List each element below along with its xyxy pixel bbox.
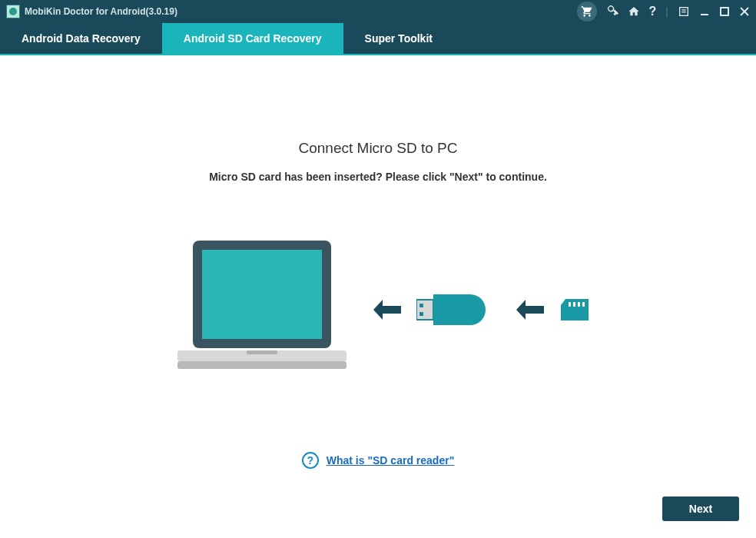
sd-card-icon bbox=[559, 297, 590, 322]
key-icon[interactable] bbox=[606, 5, 618, 18]
svg-rect-5 bbox=[721, 8, 728, 15]
next-button[interactable]: Next bbox=[662, 496, 739, 521]
tab-android-data-recovery[interactable]: Android Data Recovery bbox=[0, 23, 162, 54]
svg-rect-9 bbox=[202, 250, 322, 339]
divider: | bbox=[665, 5, 668, 18]
question-mark-icon: ? bbox=[302, 452, 319, 469]
tab-android-sd-card-recovery[interactable]: Android SD Card Recovery bbox=[162, 23, 343, 54]
help-icon[interactable]: ? bbox=[649, 5, 657, 18]
title-left: MobiKin Doctor for Android(3.0.19) bbox=[6, 5, 177, 18]
help-link-row: ? What is "SD card reader" bbox=[0, 452, 756, 469]
app-title: MobiKin Doctor for Android(3.0.19) bbox=[25, 6, 177, 17]
arrow-left-icon bbox=[373, 298, 401, 321]
content-area: Connect Micro SD to PC Micro SD card has… bbox=[0, 55, 756, 538]
svg-rect-16 bbox=[569, 302, 571, 307]
svg-rect-18 bbox=[578, 302, 580, 307]
maximize-icon[interactable] bbox=[719, 6, 730, 17]
minimize-icon[interactable] bbox=[699, 6, 710, 17]
svg-rect-15 bbox=[419, 312, 423, 316]
svg-rect-19 bbox=[582, 302, 585, 307]
tab-bar: Android Data Recovery Android SD Card Re… bbox=[0, 23, 756, 55]
cart-icon[interactable] bbox=[577, 2, 597, 22]
close-icon[interactable] bbox=[739, 6, 750, 17]
page-subheading: Micro SD card has been inserted? Please … bbox=[0, 171, 756, 183]
arrow-left-icon-2 bbox=[516, 298, 544, 321]
home-icon[interactable] bbox=[628, 5, 640, 18]
connection-diagram bbox=[0, 237, 756, 383]
svg-rect-17 bbox=[573, 302, 575, 307]
svg-rect-12 bbox=[247, 350, 277, 354]
title-right: ? | bbox=[577, 2, 750, 22]
title-bar: MobiKin Doctor for Android(3.0.19) ? | bbox=[0, 0, 756, 23]
page-heading: Connect Micro SD to PC bbox=[0, 140, 756, 157]
svg-rect-14 bbox=[419, 304, 423, 307]
svg-rect-13 bbox=[416, 300, 433, 320]
svg-point-0 bbox=[9, 8, 17, 15]
middle-content: Connect Micro SD to PC Micro SD card has… bbox=[0, 55, 756, 469]
svg-rect-11 bbox=[177, 361, 346, 369]
usb-reader-icon bbox=[416, 291, 501, 329]
laptop-icon bbox=[166, 237, 358, 383]
feedback-icon[interactable] bbox=[678, 5, 690, 18]
tab-super-toolkit[interactable]: Super Toolkit bbox=[343, 23, 454, 54]
sd-card-reader-help-link[interactable]: What is "SD card reader" bbox=[327, 454, 455, 467]
app-icon bbox=[6, 5, 20, 18]
